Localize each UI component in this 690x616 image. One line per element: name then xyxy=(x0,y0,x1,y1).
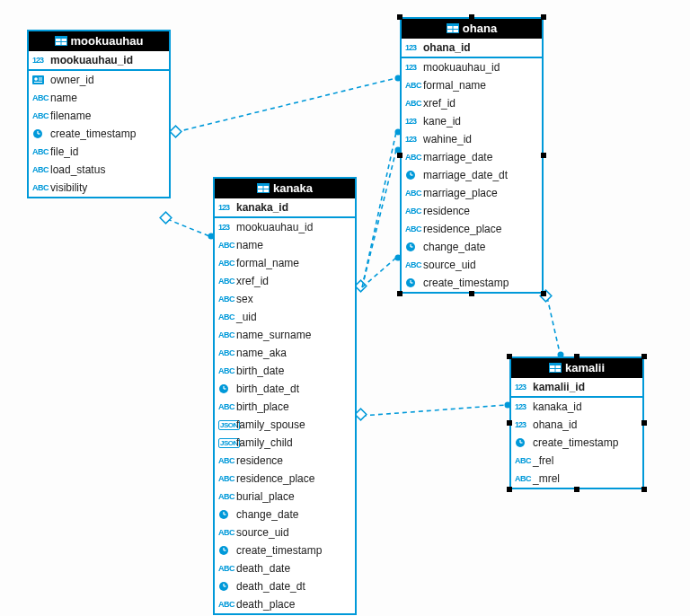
type-icon: ABC xyxy=(218,596,236,612)
column-row[interactable]: ABCsource_uid xyxy=(215,524,355,541)
column-row[interactable]: death_date_dt xyxy=(215,577,355,595)
column-row[interactable]: ABCname_aka xyxy=(215,344,355,362)
selection-handle[interactable] xyxy=(469,14,474,20)
column-row[interactable]: 123wahine_id xyxy=(402,130,542,148)
column-name: create_timestamp xyxy=(533,435,618,451)
column-name: burial_place xyxy=(236,488,295,505)
entity-ohana[interactable]: ohana123ohana_id123mookuauhau_idABCforma… xyxy=(400,17,544,294)
column-row[interactable]: ABC_mrel xyxy=(511,470,642,488)
column-row[interactable]: 123kanaka_id xyxy=(511,398,642,416)
selection-handle[interactable] xyxy=(541,153,546,158)
column-row[interactable]: 123ohana_id xyxy=(511,416,642,434)
column-name: residence_place xyxy=(236,471,314,487)
column-pk[interactable]: 123ohana_id xyxy=(402,39,542,58)
selection-handle[interactable] xyxy=(641,487,647,492)
column-name: create_timestamp xyxy=(236,542,322,559)
selection-handle[interactable] xyxy=(397,153,402,158)
column-row[interactable]: marriage_date_dt xyxy=(402,166,542,184)
column-pk[interactable]: 123kanaka_id xyxy=(215,198,355,218)
column-row[interactable]: change_date xyxy=(402,238,542,256)
column-row[interactable]: ABCresidence xyxy=(402,202,542,220)
column-row[interactable]: JSONfamily_spouse xyxy=(215,416,355,434)
column-row[interactable]: ABCfilename xyxy=(29,107,169,125)
type-icon: ABC xyxy=(218,291,236,307)
column-row[interactable]: 123mookuauhau_id xyxy=(402,58,542,76)
column-row[interactable]: create_timestamp xyxy=(29,125,169,143)
type-icon: JSON xyxy=(218,420,236,430)
column-row[interactable]: owner_id xyxy=(29,71,169,89)
selection-handle[interactable] xyxy=(397,291,402,296)
column-name: formal_name xyxy=(236,255,299,271)
entity-header[interactable]: mookuauhau xyxy=(29,31,169,51)
type-icon: ABC xyxy=(32,108,50,124)
column-row[interactable]: ABCdeath_date xyxy=(215,559,355,577)
column-row[interactable]: ABCresidence_place xyxy=(215,470,355,488)
column-name: residence xyxy=(236,453,283,469)
svg-rect-18 xyxy=(39,78,42,79)
selection-handle[interactable] xyxy=(641,354,647,359)
column-row[interactable]: ABC_frel xyxy=(511,452,642,470)
column-pk[interactable]: 123mookuauhau_id xyxy=(29,51,169,71)
column-row[interactable]: ABCmarriage_date xyxy=(402,148,542,166)
column-row[interactable]: ABCbirth_place xyxy=(215,398,355,416)
column-row[interactable]: create_timestamp xyxy=(215,541,355,559)
type-icon: 123 xyxy=(405,59,423,75)
column-row[interactable]: ABCresidence xyxy=(215,452,355,470)
selection-handle[interactable] xyxy=(469,291,474,296)
column-row[interactable]: ABCformal_name xyxy=(215,254,355,272)
column-row[interactable]: 123kane_id xyxy=(402,112,542,130)
selection-handle[interactable] xyxy=(507,420,512,426)
entity-kamalii[interactable]: kamalii123kamalii_id123kanaka_id123ohana… xyxy=(509,356,644,489)
column-row[interactable]: ABCformal_name xyxy=(402,76,542,94)
column-row[interactable]: birth_date_dt xyxy=(215,380,355,398)
column-row[interactable]: create_timestamp xyxy=(511,434,642,452)
column-row[interactable]: 123mookuauhau_id xyxy=(215,218,355,236)
type-icon: 123 xyxy=(515,417,533,433)
column-row[interactable]: ABCbirth_date xyxy=(215,362,355,380)
type-icon: ABC xyxy=(218,399,236,415)
column-name: name xyxy=(236,237,263,253)
column-row[interactable]: ABCmarriage_place xyxy=(402,184,542,202)
column-row[interactable]: ABCsex xyxy=(215,290,355,308)
column-row[interactable]: ABCresidence_place xyxy=(402,220,542,238)
column-row[interactable]: JSONfamily_child xyxy=(215,434,355,452)
column-pk[interactable]: 123kamalii_id xyxy=(511,378,642,398)
type-icon: ABC xyxy=(405,221,423,237)
entity-kanaka[interactable]: kanaka123kanaka_id123mookuauhau_idABCnam… xyxy=(213,177,357,615)
column-row[interactable]: change_date xyxy=(215,506,355,524)
column-row[interactable]: ABCvisibility xyxy=(29,179,169,197)
column-name: load_status xyxy=(50,162,105,178)
entity-header[interactable]: kamalii xyxy=(511,358,642,378)
column-row[interactable]: ABCfile_id xyxy=(29,143,169,161)
column-row[interactable]: ABCsource_uid xyxy=(402,256,542,274)
column-row[interactable]: ABCname xyxy=(215,236,355,254)
column-row[interactable]: ABCxref_id xyxy=(402,94,542,112)
column-row[interactable]: ABCload_status xyxy=(29,161,169,179)
selection-handle[interactable] xyxy=(541,14,546,20)
column-name: name xyxy=(50,90,77,106)
column-row[interactable]: ABCname xyxy=(29,89,169,107)
type-icon: ABC xyxy=(218,453,236,469)
entity-mookuauhau[interactable]: mookuauhau123mookuauhau_idowner_idABCnam… xyxy=(27,30,171,198)
column-name: marriage_place xyxy=(423,185,498,201)
column-row[interactable]: ABCxref_id xyxy=(215,272,355,290)
column-row[interactable]: ABCname_surname xyxy=(215,326,355,344)
selection-handle[interactable] xyxy=(397,14,402,20)
column-name: ohana_id xyxy=(533,417,577,433)
column-name: wahine_id xyxy=(423,131,472,147)
column-name: kane_id xyxy=(423,113,461,129)
selection-handle[interactable] xyxy=(507,487,512,492)
column-row[interactable]: ABCburial_place xyxy=(215,488,355,506)
selection-handle[interactable] xyxy=(507,354,512,359)
selection-handle[interactable] xyxy=(641,420,647,426)
column-row[interactable]: create_timestamp xyxy=(402,274,542,292)
svg-rect-20 xyxy=(34,82,42,83)
selection-handle[interactable] xyxy=(541,291,546,296)
selection-handle[interactable] xyxy=(574,354,579,359)
column-row[interactable]: ABC_uid xyxy=(215,308,355,326)
entity-header[interactable]: kanaka xyxy=(215,179,355,198)
column-row[interactable]: ABCdeath_place xyxy=(215,595,355,613)
column-name: mookuauhau_id xyxy=(236,219,313,235)
selection-handle[interactable] xyxy=(574,487,579,492)
entity-header[interactable]: ohana xyxy=(402,19,542,39)
